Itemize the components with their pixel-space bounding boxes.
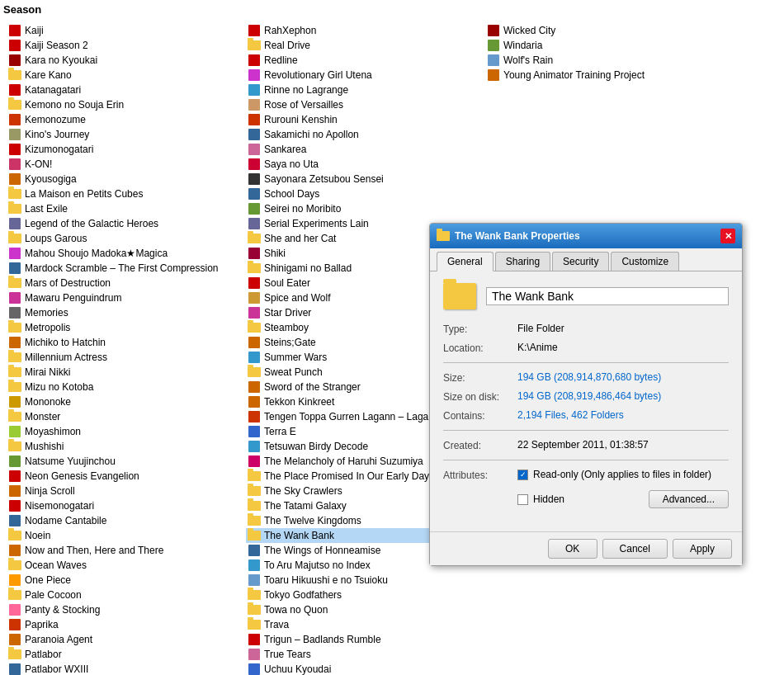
list-item[interactable]: Sakamichi no Apollon: [246, 127, 482, 142]
tab-sharing[interactable]: Sharing: [495, 252, 550, 271]
tab-customize[interactable]: Customize: [611, 252, 679, 271]
list-item[interactable]: Wicked City: [485, 23, 721, 38]
list-item[interactable]: Moyashimon: [7, 424, 243, 439]
list-item[interactable]: Kaiji Season 2: [7, 38, 243, 53]
list-item[interactable]: Young Animator Training Project: [485, 68, 721, 83]
list-item[interactable]: Mars of Destruction: [7, 276, 243, 290]
list-item[interactable]: Legend of the Galactic Heroes: [7, 216, 243, 231]
file-label: Spice and Wolf: [264, 292, 331, 304]
list-item[interactable]: Noein: [7, 528, 243, 543]
list-item[interactable]: Mahou Shoujo Madoka★Magica: [7, 246, 243, 261]
list-item[interactable]: Patlabor WXIII: [7, 662, 243, 675]
list-item[interactable]: Real Drive: [246, 38, 482, 53]
list-item[interactable]: Pale Cocoon: [7, 588, 243, 602]
file-label: Star Driver: [264, 307, 311, 319]
list-item[interactable]: Windaria: [485, 38, 721, 53]
list-item[interactable]: Paprika: [7, 617, 243, 632]
list-item[interactable]: Mushishi: [7, 439, 243, 454]
list-item[interactable]: Kaiji: [7, 23, 243, 38]
file-icon: [8, 410, 21, 423]
list-item[interactable]: Natsume Yuujinchou: [7, 454, 243, 469]
list-item[interactable]: Memories: [7, 305, 243, 320]
list-item[interactable]: Paranoia Agent: [7, 632, 243, 647]
list-item[interactable]: Toaru Hikuushi e no Tsuioku: [246, 573, 482, 588]
dialog-hidden-checkbox[interactable]: [517, 494, 528, 505]
file-icon: [248, 366, 261, 379]
list-item[interactable]: Katanagatari: [7, 83, 243, 97]
dialog-folder-name-input[interactable]: [486, 287, 729, 305]
list-item[interactable]: Ocean Waves: [7, 558, 243, 573]
list-item[interactable]: School Days: [246, 186, 482, 201]
dialog-close-button[interactable]: ✕: [720, 229, 735, 243]
list-item[interactable]: Wolf's Rain: [485, 53, 721, 68]
file-label: K-ON!: [25, 158, 52, 170]
list-item[interactable]: Revolutionary Girl Utena: [246, 68, 482, 83]
dialog-contains-row: Contains: 2,194 Files, 462 Folders: [443, 409, 729, 422]
list-item[interactable]: Tokyo Godfathers: [246, 588, 482, 602]
list-item[interactable]: Redline: [246, 53, 482, 68]
list-item[interactable]: Ninja Scroll: [7, 484, 243, 498]
tab-general[interactable]: General: [437, 252, 494, 271]
file-label: Pale Cocoon: [25, 589, 82, 601]
dialog-folder-header: [443, 283, 729, 309]
list-item[interactable]: Kemono no Souja Erin: [7, 97, 243, 112]
list-item[interactable]: Sankarea: [246, 142, 482, 157]
file-label: Panty & Stocking: [25, 604, 100, 616]
list-item[interactable]: Saya no Uta: [246, 157, 482, 172]
file-icon: [8, 366, 21, 379]
file-icon: [248, 380, 261, 394]
list-item[interactable]: Uchuu Kyoudai: [246, 662, 482, 675]
list-item[interactable]: Rurouni Kenshin: [246, 112, 482, 127]
list-item[interactable]: Towa no Quon: [246, 602, 482, 617]
list-item[interactable]: Seirei no Moribito: [246, 201, 482, 216]
list-item[interactable]: Trava: [246, 617, 482, 632]
list-item[interactable]: Now and Then, Here and There: [7, 543, 243, 558]
list-item[interactable]: True Tears: [246, 647, 482, 662]
list-item[interactable]: Mardock Scramble – The First Compression: [7, 261, 243, 276]
list-item[interactable]: Kare Kano: [7, 68, 243, 83]
list-item[interactable]: Mirai Nikki: [7, 365, 243, 380]
dialog-cancel-button[interactable]: Cancel: [602, 539, 668, 559]
list-item[interactable]: Kizumonogatari: [7, 142, 243, 157]
list-item[interactable]: Mizu no Kotoba: [7, 380, 243, 394]
list-item[interactable]: Metropolis: [7, 320, 243, 335]
list-item[interactable]: Sayonara Zetsubou Sensei: [246, 172, 482, 186]
list-item[interactable]: La Maison en Petits Cubes: [7, 186, 243, 201]
dialog-created-label: Created:: [443, 439, 517, 451]
list-item[interactable]: Patlabor: [7, 647, 243, 662]
file-icon: [8, 24, 21, 37]
list-item[interactable]: RahXephon: [246, 23, 482, 38]
list-item[interactable]: Kyousogiga: [7, 172, 243, 186]
list-item[interactable]: Nodame Cantabile: [7, 513, 243, 528]
list-item[interactable]: K-ON!: [7, 157, 243, 172]
list-item[interactable]: Trigun – Badlands Rumble: [246, 632, 482, 647]
list-item[interactable]: One Piece: [7, 573, 243, 588]
tab-security[interactable]: Security: [552, 252, 609, 271]
list-item[interactable]: Rose of Versailles: [246, 97, 482, 112]
list-item[interactable]: Mononoke: [7, 394, 243, 409]
list-item[interactable]: Mawaru Penguindrum: [7, 290, 243, 305]
file-icon: [8, 143, 21, 156]
list-item[interactable]: Monster: [7, 409, 243, 424]
list-item[interactable]: Michiko to Hatchin: [7, 335, 243, 350]
file-icon: [8, 306, 21, 319]
list-item[interactable]: Rinne no Lagrange: [246, 83, 482, 97]
dialog-attributes-label: Attributes:: [443, 469, 517, 481]
dialog-advanced-button[interactable]: Advanced...: [649, 490, 729, 508]
list-item[interactable]: Loups Garous: [7, 231, 243, 246]
list-item[interactable]: Kemonozume: [7, 112, 243, 127]
dialog-readonly-checkbox[interactable]: [517, 470, 528, 480]
dialog-ok-button[interactable]: OK: [548, 539, 597, 559]
list-item[interactable]: Kara no Kyoukai: [7, 53, 243, 68]
list-item[interactable]: Nisemonogatari: [7, 498, 243, 513]
list-item[interactable]: Panty & Stocking: [7, 602, 243, 617]
dialog-attributes-row: Attributes: Read-only (Only applies to f…: [443, 469, 729, 513]
list-item[interactable]: Neon Genesis Evangelion: [7, 469, 243, 484]
file-label: The Wank Bank: [264, 530, 334, 541]
list-item[interactable]: Millennium Actress: [7, 350, 243, 365]
list-item[interactable]: Last Exile: [7, 201, 243, 216]
file-icon: [248, 113, 261, 126]
dialog-apply-button[interactable]: Apply: [673, 539, 732, 559]
file-label: Kaiji Season 2: [25, 40, 88, 51]
list-item[interactable]: Kino's Journey: [7, 127, 243, 142]
